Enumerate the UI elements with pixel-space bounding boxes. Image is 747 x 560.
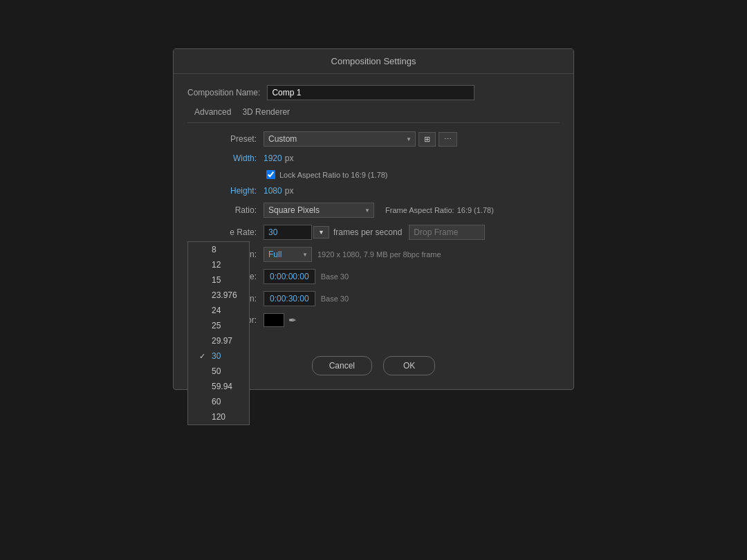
height-unit: px [285,186,294,196]
fps-value-15: 15 [212,275,221,285]
frame-rate-row: e Rate: ▼ frames per second Drop Frame N… [187,225,560,240]
resolution-info: 1920 x 1080, 7.9 MB per 8bpc frame [317,250,441,259]
fps-item-25[interactable]: 25 [188,318,249,333]
pixel-ratio-select-wrapper: Square Pixels [264,203,374,218]
dialog-title: Composition Settings [331,56,416,66]
frame-aspect-label: Frame Aspect Ratio: [385,206,454,214]
fps-item-8[interactable]: 8 [188,242,249,257]
preset-row: Preset: Custom ⊞ ⋯ [187,131,560,147]
duration-value[interactable]: 0:00:30:00 [264,291,315,306]
duration-extra: Base 30 [321,295,349,303]
pixel-ratio-select[interactable]: Square Pixels [264,203,374,218]
height-label: Height: [187,186,264,196]
fps-value-30: 30 [212,351,221,361]
fps-checkmark-30: ✓ [199,352,208,361]
fps-value-8: 8 [212,245,216,254]
timecode-value[interactable]: 0:00:00:00 [264,269,315,284]
fps-item-23976[interactable]: 23.976 [188,288,249,303]
fps-value-12: 12 [212,260,221,270]
comp-name-label: Composition Name: [187,88,267,97]
timecode-extra: Base 30 [321,272,349,281]
fps-value-50: 50 [212,366,221,376]
fps-label: frames per second [333,227,402,237]
fps-value-5994: 59.94 [212,382,232,391]
resolution-select-wrapper: Full Half Quarter [264,247,312,262]
lock-aspect-checkbox[interactable] [266,170,275,179]
width-unit: px [285,153,294,163]
bg-color-swatch[interactable] [264,313,284,327]
lock-aspect-row: Lock Aspect Ratio to 16:9 (1.78) [187,170,560,179]
preset-extra-btn[interactable]: ⋯ [439,132,457,147]
fps-value-23976: 23.976 [212,290,237,300]
fps-item-120[interactable]: 120 [188,409,249,424]
preset-select-wrapper: Custom [264,131,416,147]
frame-rate-dropdown-btn[interactable]: ▼ [313,226,329,239]
comp-name-input[interactable] [267,85,474,100]
frame-rate-input[interactable] [264,225,312,240]
comp-name-row: Composition Name: [187,85,560,100]
frame-aspect-value: 16:9 (1.78) [457,206,494,214]
fps-value-24: 24 [212,306,221,315]
width-value[interactable]: 1920 [264,153,282,163]
drop-frame-select[interactable]: Drop Frame Non-Drop Frame [409,225,485,240]
fps-value-25: 25 [212,321,221,330]
cancel-button[interactable]: Cancel [312,356,372,375]
tabs-row: Advanced 3D Renderer [187,107,560,123]
tab-3d-renderer[interactable]: 3D Renderer [242,107,290,118]
width-row: Width: 1920 px [187,153,560,163]
fps-item-2997[interactable]: 29.97 [188,333,249,348]
preset-label: Preset: [187,134,264,144]
width-label: Width: [187,153,264,163]
lock-aspect-label: Lock Aspect Ratio to 16:9 (1.78) [279,171,388,179]
resolution-select[interactable]: Full Half Quarter [264,247,312,262]
height-value[interactable]: 1080 [264,186,282,196]
dialog-overlay: Composition Settings Composition Name: A… [0,0,747,560]
eyedropper-btn[interactable]: ✒ [288,315,297,326]
ok-button[interactable]: OK [383,356,435,375]
dialog-titlebar: Composition Settings [174,49,573,74]
lock-aspect-checkbox-row: Lock Aspect Ratio to 16:9 (1.78) [266,170,388,179]
height-row: Height: 1080 px [187,186,560,196]
fps-item-30[interactable]: ✓ 30 [188,348,249,364]
fps-item-60[interactable]: 60 [188,394,249,409]
preset-icon-btn[interactable]: ⊞ [418,132,436,147]
dialog-content: Composition Name: Advanced 3D Renderer P… [174,74,573,345]
frame-rate-label: e Rate: [187,227,264,237]
composition-settings-dialog: Composition Settings Composition Name: A… [173,48,574,390]
fps-item-24[interactable]: 24 [188,303,249,318]
fps-value-60: 60 [212,397,221,407]
pixel-ratio-label: Ratio: [187,205,264,215]
pixel-ratio-row: Ratio: Square Pixels Frame Aspect Ratio:… [187,203,560,218]
fps-dropdown: 8 12 15 23.976 [187,241,250,425]
fps-item-5994[interactable]: 59.94 [188,379,249,394]
tab-advanced[interactable]: Advanced [194,107,231,118]
fps-item-12[interactable]: 12 [188,257,249,272]
fps-value-2997: 29.97 [212,336,232,346]
fps-item-15[interactable]: 15 [188,272,249,288]
preset-select[interactable]: Custom [264,131,416,147]
fps-value-120: 120 [212,412,225,422]
fps-item-50[interactable]: 50 [188,364,249,379]
